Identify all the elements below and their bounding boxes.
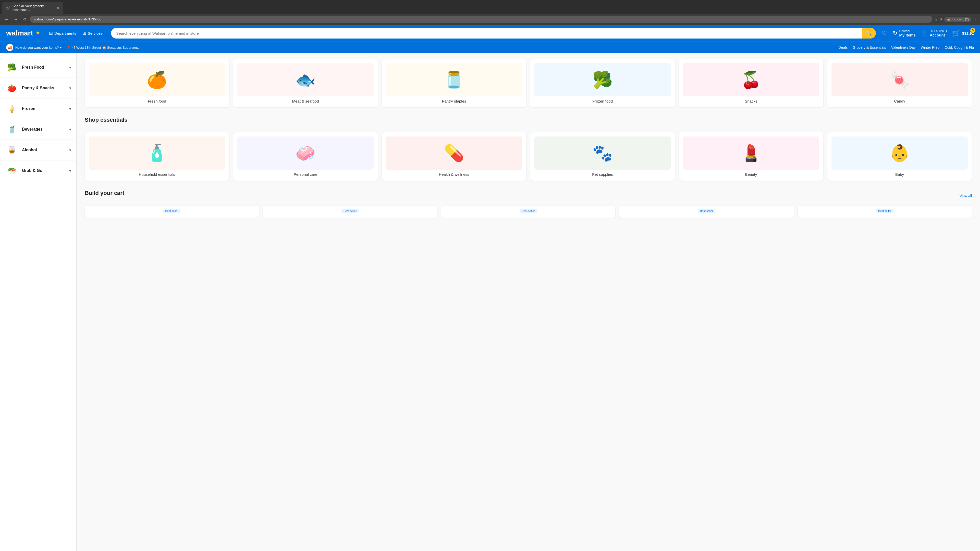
bestseller-card-4[interactable]: Best seller <box>619 206 794 218</box>
browser-chrome: 🛒 Shop all your grocery essentials... ✕ … <box>0 0 980 25</box>
bestseller-card-2[interactable]: Best seller <box>263 206 437 218</box>
location-pin-icon: 📍 <box>67 46 71 49</box>
search-input[interactable] <box>111 28 862 38</box>
search-icon: 🔍 <box>866 30 872 36</box>
split-view-icon[interactable]: ⧉ <box>940 17 942 21</box>
deals-link[interactable]: Deals <box>838 45 848 49</box>
essential-card-beauty[interactable]: 💄 Beauty <box>679 132 823 181</box>
category-card-pantry[interactable]: 🫙 Pantry staples <box>382 59 526 107</box>
sidebar-frozen-label: Frozen <box>22 106 65 111</box>
forward-button[interactable]: → <box>12 16 19 23</box>
household-label: Household essentials <box>89 172 225 176</box>
cart-count-badge: 3 <box>970 28 975 33</box>
sidebar-item-frozen[interactable]: 🍦 Frozen ▾ <box>0 98 76 119</box>
tab-close-button[interactable]: ✕ <box>56 6 59 10</box>
bestseller-card-1[interactable]: Best seller <box>85 206 259 218</box>
essential-card-health[interactable]: 💊 Health & wellness <box>382 132 526 181</box>
essential-card-baby[interactable]: 👶 Baby <box>827 132 972 181</box>
cart-button[interactable]: 🛒 3 $32.91 <box>952 29 974 37</box>
winter-prep-link[interactable]: Winter Prep <box>921 45 940 49</box>
search-button[interactable]: 🔍 <box>862 28 876 38</box>
incognito-badge: 🕵️ Incognito (2) <box>944 17 971 22</box>
sidebar-item-alcohol[interactable]: 🥃 Alcohol ▾ <box>0 140 76 160</box>
active-tab[interactable]: 🛒 Shop all your grocery essentials... ✕ <box>2 2 63 14</box>
essential-card-personal-care[interactable]: 🧼 Personal care <box>233 132 378 181</box>
account-hi: Hi, Lauren D <box>930 29 947 33</box>
incognito-icon: 🕵️ <box>947 17 951 21</box>
wishlist-button[interactable]: ♡ <box>882 30 888 37</box>
content-area: 🍊 Fresh food 🐟 Meat & seafood 🫙 Pantry s… <box>76 53 980 551</box>
walmart-spark: ✦ <box>35 30 40 37</box>
fresh-food-icon: 🥦 <box>5 61 18 74</box>
browser-toolbar: ← → ↻ ☆ ⧉ 🕵️ Incognito (2) ⋮ <box>0 14 980 25</box>
grocery-link[interactable]: Grocery & Essentials <box>853 45 886 49</box>
services-button[interactable]: ⊞ Services <box>80 29 105 38</box>
sidebar-item-fresh-food[interactable]: 🥦 Fresh Food ▾ <box>0 57 76 78</box>
store-name: Secaucus Supercenter <box>107 46 141 49</box>
category-card-snacks[interactable]: 🍒 Snacks <box>679 59 823 107</box>
alcohol-icon: 🥃 <box>5 143 18 157</box>
fresh-food-category-label: Fresh food <box>89 99 225 103</box>
incognito-label: Incognito (2) <box>952 17 969 21</box>
household-product-image: 🧴 <box>89 137 225 170</box>
street-address: 47 West 13th Street <box>72 46 101 49</box>
walmart-wordmark: walmart <box>6 29 33 37</box>
delivery-question: How do you want your items? <box>15 46 59 49</box>
sidebar-item-beverages[interactable]: 🥤 Beverages ▾ <box>0 119 76 140</box>
meat-product-image: 🐟 <box>237 63 374 97</box>
back-button[interactable]: ← <box>3 16 10 23</box>
reorder-button[interactable]: ↻ Reorder My Items <box>893 29 916 37</box>
account-button[interactable]: 👤 Hi, Lauren D Account <box>921 29 947 37</box>
sidebar-item-pantry[interactable]: 🍅 Pantry & Snacks ▾ <box>0 78 76 98</box>
new-tab-button[interactable]: + <box>64 6 71 14</box>
baby-product-image: 👶 <box>832 137 968 170</box>
sidebar-pantry-label: Pantry & Snacks <box>22 86 65 90</box>
delivery-toggle[interactable]: How do you want your items? ▾ <box>15 46 62 49</box>
more-options-icon[interactable]: ⋮ <box>974 17 977 21</box>
address-bar[interactable] <box>30 16 932 23</box>
bestseller-badge-2: Best seller <box>342 209 359 213</box>
sidebar-item-grab-go[interactable]: 🥗 Grab & Go ▾ <box>0 160 76 181</box>
beauty-product-image: 💄 <box>683 137 819 170</box>
essential-card-household[interactable]: 🧴 Household essentials <box>85 132 229 181</box>
category-card-frozen[interactable]: 🥦 Frozen food <box>530 59 675 107</box>
category-card-fresh-food[interactable]: 🍊 Fresh food <box>85 59 229 107</box>
sidebar: 🥦 Fresh Food ▾ 🍅 Pantry & Snacks ▾ 🍦 Fro… <box>0 53 76 551</box>
bestseller-badge-4: Best seller <box>698 209 715 213</box>
frozen-icon: 🍦 <box>5 102 18 115</box>
category-grid: 🍊 Fresh food 🐟 Meat & seafood 🫙 Pantry s… <box>85 59 972 107</box>
bestseller-card-3[interactable]: Best seller <box>441 206 615 218</box>
delivery-bar: 🚚 How do you want your items? ▾ | 📍 47 W… <box>6 44 834 51</box>
departments-grid-icon: ⊞ <box>49 30 53 36</box>
bestseller-card-5[interactable]: Best seller <box>798 206 972 218</box>
candy-product-image: 🍬 <box>832 63 968 97</box>
valentines-link[interactable]: Valentine's Day <box>891 45 916 49</box>
account-label: Account <box>930 33 947 37</box>
refresh-button[interactable]: ↻ <box>21 16 28 23</box>
bestseller-row: Best seller Best seller Best seller Best… <box>85 206 972 218</box>
category-card-meat[interactable]: 🐟 Meat & seafood <box>233 59 378 107</box>
header-nav: ⊞ Departments ⊞ Services <box>46 29 105 38</box>
sidebar-fresh-food-label: Fresh Food <box>22 65 65 70</box>
essential-card-pet[interactable]: 🐾 Pet supplies <box>530 132 675 181</box>
grab-go-icon: 🥗 <box>5 164 18 177</box>
departments-button[interactable]: ⊞ Departments <box>46 29 79 38</box>
address-info[interactable]: 📍 47 West 13th Street 🏠 Secaucus Superce… <box>67 46 141 49</box>
tab-favicon: 🛒 <box>6 6 11 10</box>
meat-category-label: Meat & seafood <box>237 99 374 103</box>
walmart-logo[interactable]: walmart ✦ <box>6 29 40 37</box>
view-all-link[interactable]: View all <box>959 194 972 198</box>
sub-header: 🚚 How do you want your items? ▾ | 📍 47 W… <box>0 41 980 53</box>
snacks-category-label: Snacks <box>683 99 819 103</box>
baby-label: Baby <box>832 172 968 176</box>
pantry-product-image: 🫙 <box>386 63 522 97</box>
frozen-chevron: ▾ <box>69 106 71 111</box>
cold-flu-link[interactable]: Cold, Cough & Flu <box>945 45 974 49</box>
bookmark-icon[interactable]: ☆ <box>934 17 938 21</box>
account-icon: 👤 <box>921 30 928 37</box>
personal-care-label: Personal care <box>237 172 374 176</box>
store-icon: 🏠 <box>102 46 106 49</box>
pantry-chevron: ▾ <box>69 86 71 91</box>
pantry-category-label: Pantry staples <box>386 99 522 103</box>
category-card-candy[interactable]: 🍬 Candy <box>827 59 972 107</box>
